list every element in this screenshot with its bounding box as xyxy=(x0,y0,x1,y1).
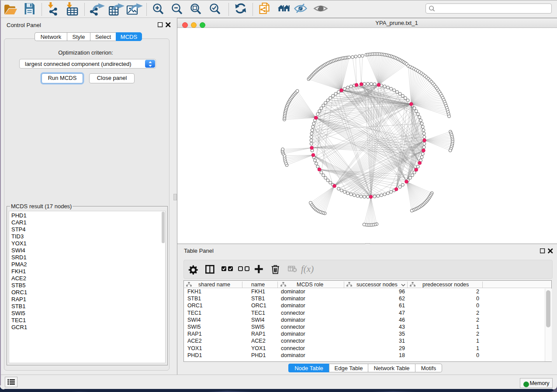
svg-text:f(x): f(x) xyxy=(301,264,314,274)
